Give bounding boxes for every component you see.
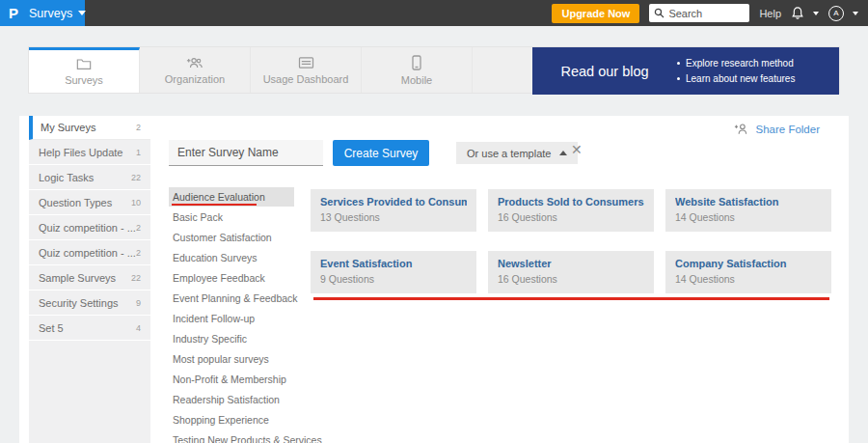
category-label: Industry Specific <box>173 333 247 345</box>
blog-bullet-text: Learn about new features <box>686 73 795 84</box>
template-card-event-satisfaction[interactable]: Event Satisfaction 9 Questions <box>311 251 476 293</box>
sidebar-item-quiz-competition-2[interactable]: Quiz competition - ... 2 <box>29 241 150 265</box>
sidebar-item-count: 2 <box>136 223 141 233</box>
template-card-newsletter[interactable]: Newsletter 16 Questions <box>488 251 654 293</box>
template-card-website-satisfaction[interactable]: Website Satisfaction 14 Questions <box>665 189 831 232</box>
account-menu[interactable]: A <box>828 6 858 21</box>
sidebar-item-sample-surveys[interactable]: Sample Surveys 22 <box>29 266 150 291</box>
category-audience-evaluation[interactable]: Audience Evaluation <box>169 187 294 207</box>
person-add-icon <box>186 56 203 69</box>
sidebar-item-count: 1 <box>136 148 141 157</box>
template-category-list: Audience Evaluation Basic Pack Customer … <box>169 187 294 443</box>
sidebar-item-count: 22 <box>131 273 141 283</box>
sidebar-item-count: 2 <box>136 123 141 132</box>
blog-banner[interactable]: Read our blog Explore research method Le… <box>532 47 839 95</box>
sidebar-item-question-types[interactable]: Question Types 10 <box>29 191 150 215</box>
sidebar-item-label: Quiz competition - ... <box>39 222 136 234</box>
upgrade-now-button[interactable]: Upgrade Now <box>552 4 639 23</box>
bullet-dot <box>677 62 680 65</box>
sidebar-item-label: Sample Surveys <box>39 272 116 284</box>
category-non-profit-membership[interactable]: Non-Profit & Membership <box>169 370 294 389</box>
tab-label: Organization <box>165 73 225 85</box>
sidebar-item-label: Logic Tasks <box>39 172 94 183</box>
category-industry-specific[interactable]: Industry Specific <box>169 329 294 348</box>
template-card-products-sold[interactable]: Products Sold to Consumers 16 Questions <box>488 189 654 232</box>
sidebar-item-label: Security Settings <box>39 297 119 309</box>
dashboard-icon <box>298 56 314 69</box>
sidebar-item-count: 4 <box>136 323 141 333</box>
folders-sidebar: My Surveys 2 Help Files Update 1 Logic T… <box>29 116 150 443</box>
survey-name-input[interactable] <box>169 140 323 166</box>
tab-mobile[interactable]: Mobile <box>362 47 473 93</box>
sidebar-item-security-settings[interactable]: Security Settings 9 <box>29 291 150 316</box>
tabbar-filler <box>473 47 532 93</box>
category-customer-satisfaction[interactable]: Customer Satisfaction <box>169 228 294 247</box>
main-tab-bar: Surveys Organization Usage Dashboard <box>28 46 840 94</box>
sidebar-item-my-surveys[interactable]: My Surveys 2 <box>29 116 150 140</box>
topbar-actions: Upgrade Now Help <box>552 4 868 23</box>
sidebar-item-count: 9 <box>136 298 141 308</box>
person-add-icon <box>734 123 749 135</box>
sidebar-item-label: Question Types <box>39 197 112 208</box>
tab-label: Surveys <box>65 74 103 86</box>
tab-label: Mobile <box>401 74 432 86</box>
mobile-icon <box>412 55 421 70</box>
category-shopping-experience[interactable]: Shopping Experience <box>169 410 294 429</box>
create-survey-button[interactable]: Create Survey <box>333 140 429 166</box>
help-link[interactable]: Help <box>759 8 781 19</box>
sidebar-item-count: 2 <box>136 248 141 258</box>
category-label: Shopping Experience <box>173 414 269 426</box>
blog-banner-bullets: Explore research method Learn about new … <box>677 58 795 84</box>
top-bar: P Surveys Upgrade Now Help <box>0 0 868 26</box>
product-label: Surveys <box>29 7 72 20</box>
category-education-surveys[interactable]: Education Surveys <box>169 248 294 267</box>
category-basic-pack[interactable]: Basic Pack <box>169 208 294 227</box>
proprofs-logo-icon: P <box>9 5 18 21</box>
template-card-title: Website Satisfaction <box>675 196 822 208</box>
template-card-questions: 16 Questions <box>498 211 644 223</box>
category-testing-new-products-services[interactable]: Testing New Products & Services <box>169 430 294 443</box>
product-switcher[interactable]: P Surveys <box>0 0 85 26</box>
category-label: Basic Pack <box>173 211 223 223</box>
category-readership-satisfaction[interactable]: Readership Satisfaction <box>169 390 294 409</box>
folder-icon <box>76 57 92 70</box>
sidebar-item-label: Set 5 <box>39 322 64 334</box>
search-box[interactable] <box>649 4 749 22</box>
notifications-menu[interactable] <box>791 6 819 20</box>
share-folder-label: Share Folder <box>756 124 820 135</box>
blog-bullet: Explore research method <box>677 58 795 69</box>
use-template-dropdown[interactable]: Or use a template <box>456 142 578 164</box>
close-icon[interactable]: ✕ <box>571 143 583 156</box>
tab-usage-dashboard[interactable]: Usage Dashboard <box>251 47 362 93</box>
share-folder-link[interactable]: Share Folder <box>734 123 820 135</box>
chevron-up-icon <box>559 151 567 155</box>
template-card-questions: 16 Questions <box>498 273 644 285</box>
avatar: A <box>828 6 844 21</box>
category-label: Most popular surveys <box>173 353 269 365</box>
app-window: P Surveys Upgrade Now Help <box>0 0 868 443</box>
search-input[interactable] <box>668 8 746 19</box>
tab-organization[interactable]: Organization <box>140 47 251 93</box>
category-most-popular-surveys[interactable]: Most popular surveys <box>169 349 294 369</box>
bullet-dot <box>677 77 680 80</box>
sidebar-item-help-files-update[interactable]: Help Files Update 1 <box>29 141 150 165</box>
template-card-company-satisfaction[interactable]: Company Satisfaction 14 Questions <box>665 251 831 293</box>
search-icon <box>654 8 665 18</box>
category-label: Audience Evaluation <box>173 191 265 203</box>
category-incident-follow-up[interactable]: Incident Follow-up <box>169 309 294 328</box>
tab-surveys[interactable]: Surveys <box>29 47 140 93</box>
category-event-planning-feedback[interactable]: Event Planning & Feedback <box>169 289 294 308</box>
sidebar-item-quiz-competition-1[interactable]: Quiz competition - ... 2 <box>29 216 150 240</box>
chevron-down-icon <box>813 12 819 15</box>
blog-bullet-text: Explore research method <box>686 58 794 69</box>
category-label: Non-Profit & Membership <box>173 374 286 385</box>
blog-bullet: Learn about new features <box>677 73 795 84</box>
tab-label: Usage Dashboard <box>263 73 349 85</box>
template-card-services-provided[interactable]: Services Provided to Consumers 13 Questi… <box>311 189 476 232</box>
template-card-title: Products Sold to Consumers <box>498 196 644 208</box>
category-label: Customer Satisfaction <box>173 232 272 243</box>
category-label: Readership Satisfaction <box>173 394 280 405</box>
category-employee-feedback[interactable]: Employee Feedback <box>169 268 294 288</box>
sidebar-item-set-5[interactable]: Set 5 4 <box>29 317 150 341</box>
sidebar-item-logic-tasks[interactable]: Logic Tasks 22 <box>29 166 150 190</box>
